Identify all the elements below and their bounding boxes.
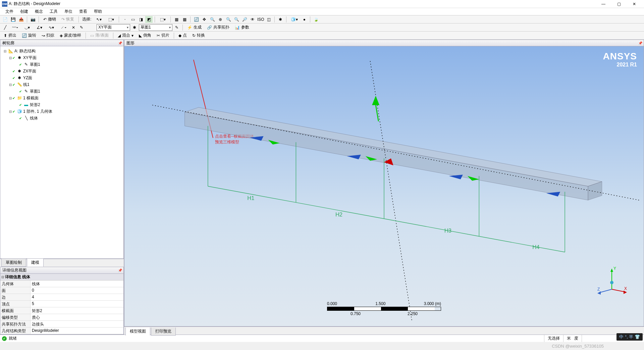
iso-icon[interactable]: ISO [257,16,264,23]
detail-row[interactable]: 面0 [0,287,123,294]
select-face-icon[interactable]: ◨ [137,16,145,23]
new-plane-icon[interactable]: ✱ [131,24,138,31]
tree-sketch1a[interactable]: ✔✎草图1 [2,61,122,68]
tree-zx-plane[interactable]: ✔✱ZX平面 [2,68,122,74]
maximize-button[interactable]: ▢ [611,0,627,8]
tab-model-view[interactable]: 模型视图 [125,328,150,336]
magnify-icon[interactable]: 🔎 [241,16,248,23]
blend-button[interactable]: ◢混合 ▾ [115,32,136,39]
generate-button[interactable]: ⚡生成 [185,23,204,31]
tree-line-body[interactable]: ✔╲线体 [2,115,122,121]
new-sketch-icon[interactable]: ✎ [173,24,180,31]
cursor-icon[interactable]: ↖▾ [93,16,105,23]
tree-rect2[interactable]: ✔▬矩形2 [2,101,122,108]
detail-value[interactable]: 线体 [31,281,123,287]
select-edge-icon[interactable]: ▭ [129,16,137,23]
tree-outline[interactable]: ⊟📐A: 静态结构 ⊟✔✱XY平面 ✔✎草图1 ✔✱ZX平面 ✔✱YZ面 ⊟✔📏… [0,46,124,259]
zoom-box-icon[interactable]: 🔍 [209,16,216,23]
menu-help[interactable]: 帮助 [91,8,105,15]
detail-value[interactable]: 0 [31,287,123,294]
plane-dropdown[interactable]: XY平面 [97,24,130,31]
pin-icon[interactable]: 📌 [118,41,122,45]
parameters-button[interactable]: 📊参数 [232,23,252,31]
detail-row[interactable]: 顶点5 [0,301,123,307]
skin-button[interactable]: ◈蒙皮/放样 [57,32,84,39]
sketch-trim-icon[interactable]: ✎ [78,24,85,31]
tree-line1[interactable]: ⊟✔📏线1 [2,81,122,88]
sketch-dropdown[interactable]: 草图1 [139,24,172,31]
undo-button[interactable]: ↶ 撤销 [41,15,58,23]
sketch-line-icon[interactable]: ╱ [1,24,9,31]
sweep-button[interactable]: ↝扫掠 [39,32,57,39]
sketch-curve-icon[interactable]: ∿▾ [46,24,57,31]
viewport-3d[interactable]: ANSYS 2021 R1 点击查看--横截面固体 预览三维模型 [124,46,644,327]
select-body-icon[interactable]: ◩ [145,16,153,23]
tree-xy-plane[interactable]: ⊟✔✱XY平面 [2,54,122,61]
detail-row[interactable]: 边4 [0,294,123,301]
detail-value[interactable]: 矩形2 [31,307,123,314]
share-topology-button[interactable]: 🔗共享拓扑 [205,23,232,31]
detail-row[interactable]: 横截面矩形2 [0,307,123,314]
revolve-button[interactable]: 🔄旋转 [19,32,39,39]
pin-icon[interactable]: 📌 [638,41,642,45]
view-cube-icon[interactable]: ◫ [265,16,272,23]
pin-icon[interactable]: 📌 [118,268,122,272]
grid1-icon[interactable]: ▦ [173,16,180,23]
extrude-button[interactable]: ⬆挤出 [1,32,19,39]
detail-value[interactable]: 质心 [31,314,123,320]
slice-button[interactable]: ✂切片 [154,32,172,39]
sketch-point-icon[interactable]: ✕ [70,24,77,31]
menu-tools[interactable]: 工具 [46,8,61,15]
detail-value[interactable]: 4 [31,294,123,300]
pan-icon[interactable]: ✥ [201,16,208,23]
zoom-in-icon[interactable]: 🔍 [225,16,232,23]
sketch-angle-icon[interactable]: ∠▾ [34,24,45,31]
sketch-spline-icon[interactable]: 〰▾ [9,24,21,31]
minimize-button[interactable]: ― [596,0,611,8]
thin-button[interactable]: ▭薄/表面 [88,32,111,39]
detail-value[interactable]: 边接头 [31,321,123,327]
tree-parts[interactable]: ⊟✔🧊1 部件, 1 几何体 [2,108,122,115]
chamfer-button[interactable]: ◣倒角 [137,32,154,39]
export-icon[interactable]: 📤 [17,16,25,23]
tree-cross-section[interactable]: ⊟✔📁1 横截面 [2,95,122,101]
sphere-icon[interactable]: ● [301,16,308,23]
detail-group[interactable]: ⊟详细信息 线体 [0,274,123,281]
leaf-icon[interactable]: 🍃 [312,16,320,23]
look-at-icon[interactable]: 👁 [249,16,256,23]
tab-modeling[interactable]: 建模 [27,258,44,267]
tree-sketch1b[interactable]: ✔✎草图1 [2,88,122,95]
tab-print-preview[interactable]: 打印预览 [151,328,176,336]
menu-concept[interactable]: 概念 [32,8,46,15]
new-icon[interactable]: 📄 [1,16,9,23]
detail-value[interactable]: DesignModeler [31,328,123,334]
plane-tool-icon[interactable]: ✱ [277,16,284,23]
sketch-arc-icon[interactable]: ◡▾ [21,24,33,31]
detail-row[interactable]: 共享拓扑方法边接头 [0,321,123,328]
sketch-construct-icon[interactable]: ⟋▾ [58,24,69,31]
save-icon[interactable]: 💾 [9,16,17,23]
redo-button[interactable]: ↷ 恢复 [59,15,76,23]
menu-units[interactable]: 单位 [61,8,76,15]
convert-button[interactable]: ↻转换 [190,32,207,39]
select-point-icon[interactable]: ⬝ [121,16,128,23]
close-button[interactable]: ✕ [627,0,642,8]
screenshot-icon[interactable]: 📷 [29,16,37,23]
box-select-icon[interactable]: ⬚▾ [157,16,168,23]
detail-row[interactable]: 偏移类型质心 [0,314,123,321]
point-button[interactable]: ◆点 [176,32,189,39]
tree-root[interactable]: ⊟📐A: 静态结构 [2,48,122,54]
rotate-icon[interactable]: 🔄 [193,16,200,23]
detail-row[interactable]: 几何结构类型DesignModeler [0,328,123,334]
tab-sketching[interactable]: 草图绘制 [1,258,26,267]
detail-row[interactable]: 几何体线体 [0,281,123,287]
menu-view[interactable]: 查看 [76,8,91,15]
grid2-icon[interactable]: ▦ [181,16,188,23]
detail-value[interactable]: 5 [31,301,123,307]
display-icon[interactable]: 🧊▾ [288,16,300,23]
zoom-fit-icon[interactable]: ⊕ [217,16,224,23]
tree-yz-plane[interactable]: ✔✱YZ面 [2,74,122,81]
zoom-out-icon[interactable]: 🔍 [233,16,240,23]
menu-file[interactable]: 文件 [2,8,17,15]
select-mode-icon[interactable]: ⬚▾ [105,16,117,23]
